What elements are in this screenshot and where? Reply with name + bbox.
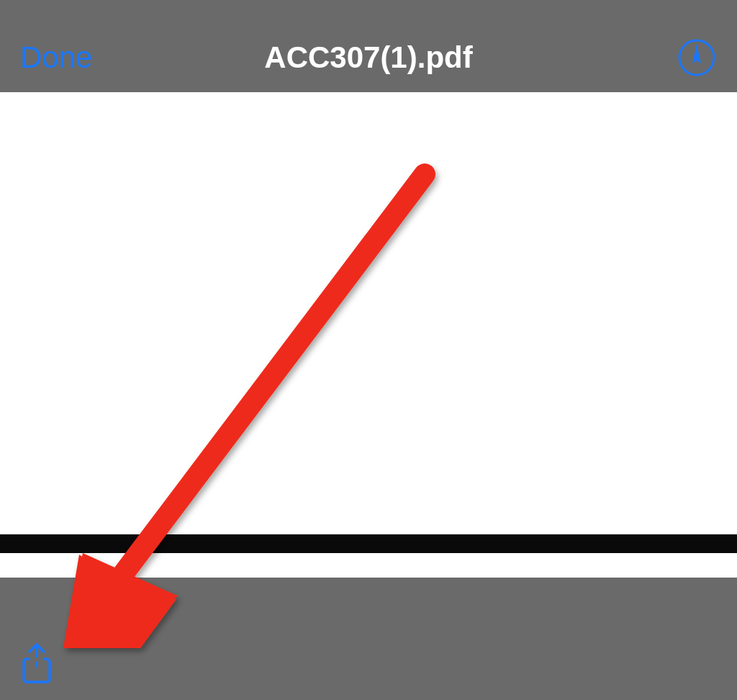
page-separator-dark — [0, 534, 737, 553]
document-title: ACC307(1).pdf — [264, 40, 472, 75]
svg-rect-2 — [30, 658, 43, 662]
bottom-toolbar — [0, 628, 737, 700]
page-separator-light — [0, 555, 737, 578]
markup-button[interactable] — [677, 37, 717, 78]
markup-pen-icon — [678, 39, 715, 76]
pdf-page — [0, 92, 737, 596]
status-bar — [0, 0, 737, 23]
page-bottom-edge — [0, 578, 737, 596]
share-icon — [20, 643, 53, 685]
share-button[interactable] — [20, 643, 53, 685]
navigation-bar: Done ACC307(1).pdf — [0, 23, 737, 92]
document-viewer[interactable] — [0, 92, 737, 628]
done-button[interactable]: Done — [20, 40, 92, 75]
